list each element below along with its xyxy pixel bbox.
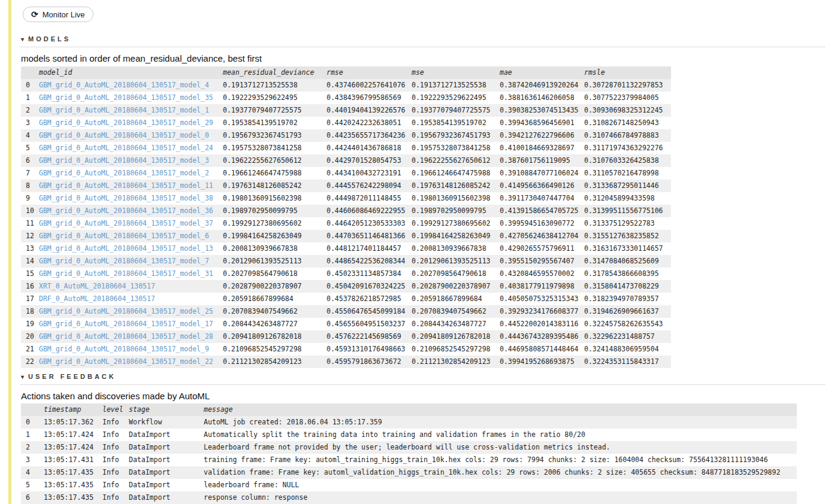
- collapse-caret-icon: ▾: [21, 36, 24, 42]
- feedback-caption: Actions taken and discoveries made by Au…: [21, 391, 825, 401]
- mse-cell: 0.19622255627650612: [412, 154, 500, 167]
- row-index: 4: [21, 466, 44, 479]
- stage-cell: DataImport: [129, 466, 204, 479]
- row-index: 9: [21, 192, 39, 205]
- rmsle-cell: 0.3158041473708229: [584, 280, 671, 293]
- feedback-table-header: timestamp level stage message: [21, 403, 797, 416]
- model-link[interactable]: GBM_grid_0_AutoML_20180604_130517_model_…: [39, 119, 213, 127]
- mse-cell: 0.1953854139519702: [412, 117, 500, 129]
- model-link[interactable]: GBM_grid_0_AutoML_20180604_130517_model_…: [39, 232, 209, 240]
- model-link[interactable]: GBM_grid_0_AutoML_20180604_130517_model_…: [39, 169, 209, 177]
- rmsle-cell: 0.3107466784978883: [584, 129, 671, 142]
- col-rmse: rmse: [327, 66, 412, 79]
- model-link[interactable]: GBM_grid_0_AutoML_20180604_130517_model_…: [39, 345, 209, 353]
- row-index: 22: [21, 356, 39, 368]
- mean-residual-deviance-cell: 0.19984164258263049: [223, 230, 327, 242]
- model-link[interactable]: GBM_grid_0_AutoML_20180604_130517_model_…: [39, 194, 213, 202]
- mse-cell: 0.205918667899684: [412, 293, 500, 305]
- row-index: 5: [21, 479, 44, 491]
- model-link[interactable]: GBM_grid_0_AutoML_20180604_130517_model_…: [39, 357, 213, 366]
- message-cell: validation frame: Frame key: automl_vali…: [204, 466, 797, 479]
- mse-cell: 0.2070839407549662: [412, 305, 500, 318]
- table-row: 10GBM_grid_0_AutoML_20180604_130517_mode…: [21, 205, 671, 217]
- mean-residual-deviance-cell: 0.1989702950099795: [223, 205, 327, 217]
- model-link[interactable]: DRF_0_AutoML_20180604_130517: [39, 294, 155, 303]
- timestamp-cell: 13:05:17.431: [44, 454, 102, 466]
- models-table-header: model_id mean_residual_deviance rmse mse…: [21, 66, 671, 79]
- mae-cell: 0.39108847077106024: [500, 167, 584, 180]
- models-table: model_id mean_residual_deviance rmse mse…: [21, 66, 671, 368]
- table-row: 22GBM_grid_0_AutoML_20180604_130517_mode…: [21, 356, 671, 368]
- model-link[interactable]: GBM_grid_0_AutoML_20180604_130517_model_…: [39, 307, 213, 315]
- rmsle-cell: 0.31399511556775106: [584, 205, 671, 217]
- model-link[interactable]: GBM_grid_0_AutoML_20180604_130517_model_…: [39, 207, 213, 215]
- row-index: 1: [21, 92, 39, 104]
- table-row: 11GBM_grid_0_AutoML_20180604_130517_mode…: [21, 217, 671, 230]
- col-model-id: model_id: [39, 66, 223, 79]
- rmsle-cell: 0.3241488306959504: [584, 343, 671, 356]
- mae-cell: 0.4100184669328697: [500, 142, 584, 154]
- table-row: 0GBM_grid_0_AutoML_20180604_130517_model…: [21, 79, 671, 92]
- monitor-live-button[interactable]: ⟳ Monitor Live: [23, 7, 93, 22]
- rmsle-cell: 0.3194626909661637: [584, 305, 671, 318]
- model-link[interactable]: GBM_grid_0_AutoML_20180604_130517_model_…: [39, 269, 213, 278]
- row-index: 13: [21, 242, 39, 255]
- level-cell: Info: [102, 491, 129, 504]
- model-link[interactable]: GBM_grid_0_AutoML_20180604_130517_model_…: [39, 144, 213, 152]
- col-mse: mse: [412, 66, 500, 79]
- mse-cell: 0.20287900220378907: [412, 280, 500, 293]
- rmse-cell: 0.44703651146481366: [327, 230, 412, 242]
- table-row: 16XRT_0_AutoML_20180604_1305170.20287900…: [21, 280, 671, 293]
- timestamp-cell: 13:05:17.362: [44, 416, 102, 429]
- flow-output-area: ⟳ Monitor Live ▾MODELS models sorted in …: [21, 0, 825, 504]
- model-link[interactable]: GBM_grid_0_AutoML_20180604_130517_model_…: [39, 93, 213, 102]
- row-index: 5: [21, 142, 39, 154]
- mse-cell: 0.2084434263487727: [412, 318, 500, 330]
- rmse-cell: 0.44235655717364236: [327, 129, 412, 142]
- row-index: 7: [21, 167, 39, 180]
- mae-cell: 0.44436743289395486: [500, 330, 584, 343]
- mae-cell: 0.3955150295567407: [500, 255, 584, 268]
- model-link[interactable]: GBM_grid_0_AutoML_20180604_130517_model_…: [39, 320, 213, 328]
- model-link[interactable]: GBM_grid_0_AutoML_20180604_130517_model_…: [39, 106, 209, 114]
- col-timestamp: timestamp: [44, 403, 102, 416]
- model-link[interactable]: XRT_0_AutoML_20180604_130517: [39, 282, 155, 290]
- model-link[interactable]: GBM_grid_0_AutoML_20180604_130517_model_…: [39, 332, 213, 341]
- mae-cell: 0.42705624638412704: [500, 230, 584, 242]
- model-id-cell: GBM_grid_0_AutoML_20180604_130517_model_…: [39, 318, 223, 330]
- model-id-cell: GBM_grid_0_AutoML_20180604_130517_model_…: [39, 180, 223, 192]
- user-feedback-section-header[interactable]: ▾USER FEEDBACK: [21, 373, 825, 385]
- models-section-header[interactable]: ▾MODELS: [21, 35, 825, 47]
- level-cell: Info: [102, 479, 129, 491]
- mae-cell: 0.40505075325315343: [500, 293, 584, 305]
- row-index: 16: [21, 280, 39, 293]
- mse-cell: 0.19575328073841258: [412, 142, 500, 154]
- row-index: 3: [21, 454, 44, 466]
- mae-cell: 0.4038177911979898: [500, 280, 584, 293]
- mse-cell: 0.19661246647475988: [412, 167, 500, 180]
- model-link[interactable]: GBM_grid_0_AutoML_20180604_130517_model_…: [39, 219, 213, 227]
- mean-residual-deviance-cell: 0.2008130939667838: [223, 242, 327, 255]
- model-link[interactable]: GBM_grid_0_AutoML_20180604_130517_model_…: [39, 156, 209, 165]
- model-link[interactable]: GBM_grid_0_AutoML_20180604_130517_model_…: [39, 244, 213, 253]
- table-row: 6GBM_grid_0_AutoML_20180604_130517_model…: [21, 154, 671, 167]
- rmse-cell: 0.4502331134857384: [327, 268, 412, 280]
- model-link[interactable]: GBM_grid_0_AutoML_20180604_130517_model_…: [39, 181, 213, 190]
- model-link[interactable]: GBM_grid_0_AutoML_20180604_130517_model_…: [39, 81, 209, 89]
- mse-cell: 0.1922293529622495: [412, 92, 500, 104]
- rmse-cell: 0.45931310176498663: [327, 343, 412, 356]
- table-row: 20GBM_grid_0_AutoML_20180604_130517_mode…: [21, 330, 671, 343]
- model-link[interactable]: GBM_grid_0_AutoML_20180604_130517_model_…: [39, 131, 209, 139]
- row-index: 3: [21, 117, 39, 129]
- table-row: 313:05:17.431InfoDataImporttraining fram…: [21, 454, 797, 466]
- level-cell: Info: [102, 416, 129, 429]
- rmse-cell: 0.4481217401184457: [327, 242, 412, 255]
- rmse-cell: 0.4424401436786818: [327, 142, 412, 154]
- mean-residual-deviance-cell: 0.21096852545297298: [223, 343, 327, 356]
- model-link[interactable]: GBM_grid_0_AutoML_20180604_130517_model_…: [39, 257, 209, 265]
- rmse-cell: 0.44642051230533303: [327, 217, 412, 230]
- table-row: 12GBM_grid_0_AutoML_20180604_130517_mode…: [21, 230, 671, 242]
- table-row: 1GBM_grid_0_AutoML_20180604_130517_model…: [21, 92, 671, 104]
- table-row: 5GBM_grid_0_AutoML_20180604_130517_model…: [21, 142, 671, 154]
- timestamp-cell: 13:05:17.435: [44, 491, 102, 504]
